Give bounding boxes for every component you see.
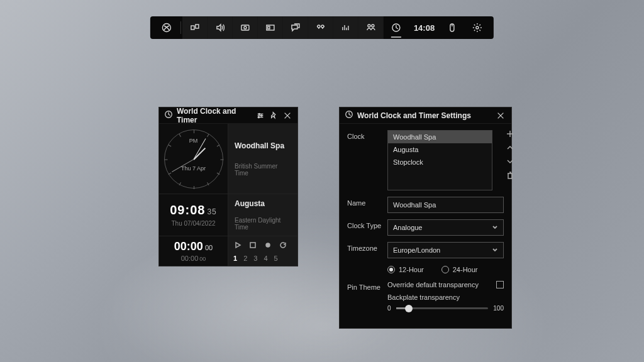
location-name: Augusta (235, 199, 291, 208)
timezone-select[interactable]: Europe/London (387, 242, 504, 258)
svg-point-9 (368, 25, 370, 27)
lap-5[interactable]: 5 (274, 255, 278, 262)
lap-4[interactable]: 4 (264, 255, 267, 262)
add-icon[interactable] (506, 130, 515, 139)
lap-3[interactable]: 3 (253, 255, 257, 262)
gamebar-time: 14:08 (409, 23, 440, 33)
timer-main-cs: 00 (205, 244, 213, 251)
location-timezone: Eastern Daylight Time (235, 217, 291, 231)
lap-1[interactable]: 1 (233, 255, 237, 262)
social-icon[interactable] (358, 16, 384, 39)
chevron-down-icon (492, 247, 498, 253)
xbox-icon[interactable] (154, 16, 179, 39)
mouse-icon[interactable] (440, 16, 465, 39)
audio-icon[interactable] (208, 16, 233, 39)
svg-rect-18 (250, 243, 255, 248)
widget-title: World Clock and Timer (177, 107, 248, 124)
widget-settings-icon[interactable] (255, 110, 265, 121)
pin-icon[interactable] (269, 110, 279, 121)
ampm-label: PM (189, 138, 198, 144)
list-item[interactable]: Woodhall Spa (388, 131, 492, 143)
svg-point-8 (321, 25, 324, 28)
reset-icon[interactable] (279, 241, 287, 250)
clocktype-label: Clock Type (347, 219, 387, 229)
svg-point-13 (476, 26, 479, 29)
clock-listbox[interactable]: Woodhall Spa Augusta Stopclock (387, 130, 492, 190)
svg-rect-2 (196, 25, 199, 28)
pintheme-label: Pin Theme (347, 281, 387, 291)
transparency-slider[interactable]: 0 100 (387, 305, 504, 312)
clocktype-value: Analogue (393, 224, 423, 231)
svg-point-19 (266, 243, 270, 247)
widget-header[interactable]: World Clock and Timer (159, 107, 297, 124)
svg-point-4 (244, 26, 247, 29)
svg-point-10 (372, 25, 374, 27)
stop-icon[interactable] (248, 241, 257, 250)
location-timezone: British Summer Time (235, 163, 291, 177)
lfg-icon[interactable] (308, 16, 333, 39)
clock-tab-icon[interactable] (384, 16, 409, 39)
list-item[interactable]: Stopclock (388, 156, 492, 168)
slider-min: 0 (387, 305, 391, 312)
game-bar: 14:08 (150, 16, 494, 39)
svg-rect-6 (268, 26, 270, 29)
svg-point-7 (318, 25, 320, 28)
slider-thumb[interactable] (405, 305, 413, 312)
world-clock-widget: World Clock and Timer PM Thu 7 Apr (158, 107, 298, 266)
location-name: Woodhall Spa (235, 141, 291, 150)
settings-widget: World Clock and Timer Settings Clock Woo… (339, 107, 512, 329)
close-icon[interactable] (495, 110, 506, 121)
clocktype-select[interactable]: Analogue (387, 219, 504, 236)
name-label: Name (347, 197, 387, 207)
svg-rect-1 (191, 26, 194, 30)
name-input[interactable] (387, 197, 504, 213)
widgets-icon[interactable] (182, 16, 208, 39)
svg-point-17 (258, 116, 259, 118)
hour24-radio[interactable]: 24-Hour (441, 266, 478, 273)
widget-header[interactable]: World Clock and Timer Settings (340, 107, 511, 124)
settings-icon[interactable] (465, 16, 490, 39)
settings-title: World Clock and Timer Settings (357, 111, 471, 120)
slider-max: 100 (493, 305, 504, 312)
svg-point-16 (261, 114, 262, 116)
timezone-value: Europe/London (393, 246, 440, 254)
svg-rect-3 (242, 25, 249, 30)
timer-controls: 1 2 3 4 5 (228, 236, 297, 266)
svg-point-15 (258, 113, 260, 114)
list-item[interactable]: Augusta (388, 143, 492, 156)
location-1-info[interactable]: Woodhall Spa British Summer Time (228, 124, 297, 194)
digital-seconds: 35 (207, 207, 216, 216)
chevron-down-icon (492, 224, 498, 231)
lap-2[interactable]: 2 (243, 255, 247, 262)
timer-main: 00:00 (174, 240, 203, 253)
stopwatch-cell: 00:0000 00:0000 (159, 236, 228, 266)
close-icon[interactable] (282, 110, 292, 121)
timer-sub-cs: 00 (199, 256, 206, 262)
separator (180, 21, 181, 34)
override-label: Override default transparency (387, 281, 479, 288)
location-2-info[interactable]: Augusta Eastern Daylight Time (228, 194, 297, 236)
analogue-clock: PM Thu 7 Apr (159, 124, 228, 194)
override-checkbox[interactable] (496, 281, 504, 288)
clock-label: Clock (347, 130, 387, 140)
resources-icon[interactable] (333, 16, 358, 39)
digital-time: 09:08 (170, 203, 205, 217)
hour12-radio[interactable]: 12-Hour (387, 266, 424, 273)
digital-clock: 09:0835 Thu 07/04/2022 (159, 194, 228, 236)
move-down-icon[interactable] (506, 158, 515, 167)
clock-icon (345, 110, 353, 121)
record-icon[interactable] (264, 241, 272, 250)
move-up-icon[interactable] (506, 144, 515, 153)
digital-date: Thu 07/04/2022 (171, 220, 215, 227)
timer-sub: 00:00 (181, 255, 199, 262)
analogue-date: Thu 7 Apr (181, 165, 206, 172)
backplate-label: Backplate transparency (387, 293, 504, 301)
delete-icon[interactable] (506, 172, 515, 180)
performance-icon[interactable] (258, 16, 283, 39)
chat-icon[interactable] (283, 16, 308, 39)
play-icon[interactable] (233, 241, 242, 250)
capture-icon[interactable] (233, 16, 258, 39)
timezone-label: Timezone (347, 242, 387, 252)
clock-icon (164, 110, 173, 121)
